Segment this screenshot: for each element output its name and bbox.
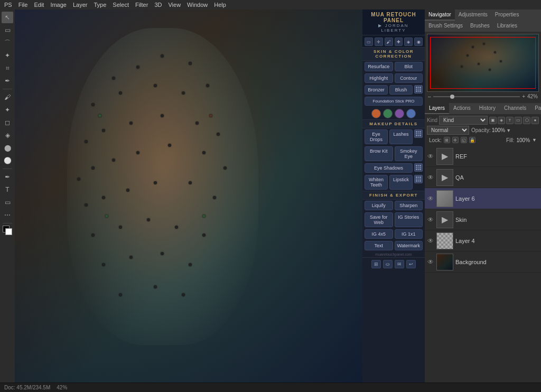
menu-ps[interactable]: PS — [4, 2, 12, 8]
tool-gradient[interactable]: ◈ — [2, 129, 13, 141]
layer-item-ref[interactable]: 👁 ▶ REF — [425, 146, 541, 167]
tool-eraser[interactable]: ◻ — [2, 117, 13, 128]
lipstick-btn[interactable]: Lipstick — [389, 175, 413, 190]
tool-text[interactable]: T — [2, 184, 13, 195]
swatch-purple[interactable] — [395, 109, 404, 118]
mua-tool-select[interactable]: ▭ — [365, 38, 373, 46]
contour-btn[interactable]: Contour — [395, 73, 423, 83]
filter-icon-smart[interactable]: ⬡ — [523, 117, 530, 124]
tool-clone[interactable]: ✦ — [2, 104, 13, 116]
tool-magic-wand[interactable]: ✦ — [2, 50, 13, 61]
lock-move[interactable]: ✛ — [452, 137, 459, 143]
filter-icon-shape[interactable]: ▭ — [515, 117, 522, 124]
tool-pen[interactable]: ✒ — [2, 171, 13, 183]
filter-icon-pixel[interactable]: ▣ — [489, 117, 497, 124]
mua-bottom-icon-2[interactable]: ⛀ — [383, 260, 393, 268]
menu-view[interactable]: View — [168, 2, 181, 8]
tool-dodge[interactable]: ⚪ — [2, 155, 13, 166]
lock-artboard[interactable]: ◱ — [461, 137, 467, 143]
text-btn[interactable]: Text — [365, 241, 393, 250]
swatch-green[interactable] — [383, 109, 393, 118]
mua-bottom-icon-3[interactable]: ✉ — [395, 260, 404, 268]
lock-checkerboard[interactable]: ⊞ — [444, 137, 450, 143]
tool-marquee[interactable]: ▭ — [2, 24, 13, 36]
layer-eye-skin[interactable]: 👁 — [427, 216, 434, 223]
tab-paths[interactable]: Paths — [530, 103, 541, 114]
background-color[interactable] — [5, 228, 12, 235]
menu-type[interactable]: Type — [94, 2, 107, 8]
layer-eye-layer6[interactable]: 👁 — [427, 195, 434, 202]
filter-icon-adjust[interactable]: ◈ — [498, 117, 505, 124]
tool-3d[interactable]: ⋯ — [2, 209, 13, 221]
tool-blur[interactable]: ⬤ — [2, 142, 13, 154]
sharpen-btn[interactable]: Sharpen — [395, 201, 423, 210]
tab-brushes[interactable]: Brushes — [467, 21, 493, 32]
swatch-orange[interactable] — [371, 109, 381, 118]
smokey-eye-btn[interactable]: Smokey Eye — [395, 146, 423, 161]
layer-eye-background[interactable]: 👁 — [427, 258, 434, 266]
watermark-btn[interactable]: Watermark — [395, 241, 423, 250]
menu-3d[interactable]: 3D — [154, 2, 162, 8]
layer-item-layer4[interactable]: 👁 Layer 4 — [425, 230, 541, 251]
ig-4x5-btn[interactable]: IG 4x5 — [365, 229, 393, 239]
tab-libraries[interactable]: Libraries — [493, 21, 521, 32]
fill-value[interactable]: 100% — [517, 137, 530, 143]
tool-eyedropper[interactable]: ✒ — [2, 75, 13, 87]
layer-eye-qa[interactable]: 👁 — [427, 174, 434, 181]
mua-tool-eye[interactable]: ◉ — [414, 38, 423, 46]
color-picker[interactable] — [3, 226, 12, 235]
tab-history[interactable]: History — [475, 103, 500, 114]
highlight-btn[interactable]: Highlight — [365, 73, 393, 83]
liquify-btn[interactable]: Liquify — [365, 201, 393, 210]
nav-zoom-slider[interactable] — [433, 96, 520, 97]
layer-eye-ref[interactable]: 👁 — [427, 153, 434, 160]
menu-edit[interactable]: Edit — [34, 2, 44, 8]
bronzer-btn[interactable]: Bronzer — [365, 85, 388, 95]
foundation-btn[interactable]: Foundation Stick PRO — [365, 97, 423, 106]
mua-tool-move[interactable]: ✛ — [375, 38, 383, 46]
lock-all[interactable]: 🔒 — [469, 137, 475, 143]
layer-item-background[interactable]: 👁 Background — [425, 251, 541, 273]
menu-select[interactable]: Select — [113, 2, 129, 8]
whiten-teeth-btn[interactable]: Whiten Teeth — [365, 175, 388, 190]
layer-item-skin[interactable]: 👁 ▶ Skin — [425, 209, 541, 230]
tab-layers[interactable]: Layers — [425, 103, 449, 114]
resurface-btn[interactable]: Resurface — [365, 62, 393, 71]
filter-icon-type[interactable]: T — [506, 117, 514, 124]
lashes-btn[interactable]: Lashes — [389, 129, 413, 144]
tool-shape[interactable]: ▭ — [2, 197, 13, 208]
menu-image[interactable]: Image — [50, 2, 67, 8]
tab-properties[interactable]: Properties — [491, 10, 523, 21]
layer-item-layer6[interactable]: 👁 Layer 6 — [425, 188, 541, 209]
blend-mode-select[interactable]: Normal — [427, 126, 469, 135]
opacity-value[interactable]: 100% — [492, 127, 506, 133]
layer-item-qa[interactable]: 👁 ▶ QA — [425, 167, 541, 188]
menu-window[interactable]: Window — [187, 2, 208, 8]
brow-kit-btn[interactable]: Brow Kit — [365, 146, 393, 161]
mua-tool-stamp[interactable]: ◈ — [404, 38, 413, 46]
tool-brush[interactable]: 🖌 — [2, 91, 13, 103]
eye-drops-btn[interactable]: Eye Drops — [365, 129, 388, 144]
eyeshadow-grid-icon[interactable] — [414, 163, 423, 172]
save-web-btn[interactable]: Save for Web — [365, 212, 393, 227]
menu-filter[interactable]: Filter — [135, 2, 148, 8]
tab-channels[interactable]: Channels — [500, 103, 530, 114]
mua-bottom-icon-1[interactable]: ⊞ — [371, 260, 381, 268]
blush-grid-icon[interactable] — [414, 85, 423, 94]
tab-brush-settings[interactable]: Brush Settings — [425, 21, 467, 32]
mua-tool-heal[interactable]: ✚ — [395, 38, 403, 46]
tab-actions[interactable]: Actions — [449, 103, 475, 114]
canvas-image[interactable] — [15, 10, 362, 382]
tab-navigator[interactable]: Navigator — [425, 10, 455, 21]
tool-crop[interactable]: ⌗ — [2, 62, 13, 74]
menu-file[interactable]: File — [18, 2, 28, 8]
menu-help[interactable]: Help — [214, 2, 226, 8]
mua-bottom-icon-4[interactable]: ↩ — [406, 260, 416, 268]
blot-btn[interactable]: Blot — [395, 62, 423, 71]
ig-1x1-btn[interactable]: IG 1x1 — [395, 229, 423, 239]
lipstick-grid-icon[interactable] — [414, 175, 423, 183]
lashes-grid-icon[interactable] — [414, 129, 423, 138]
filter-toggle[interactable]: ● — [531, 117, 539, 124]
eye-shadows-btn[interactable]: Eye Shadows — [365, 163, 413, 173]
blush-btn[interactable]: Blush — [389, 85, 413, 95]
